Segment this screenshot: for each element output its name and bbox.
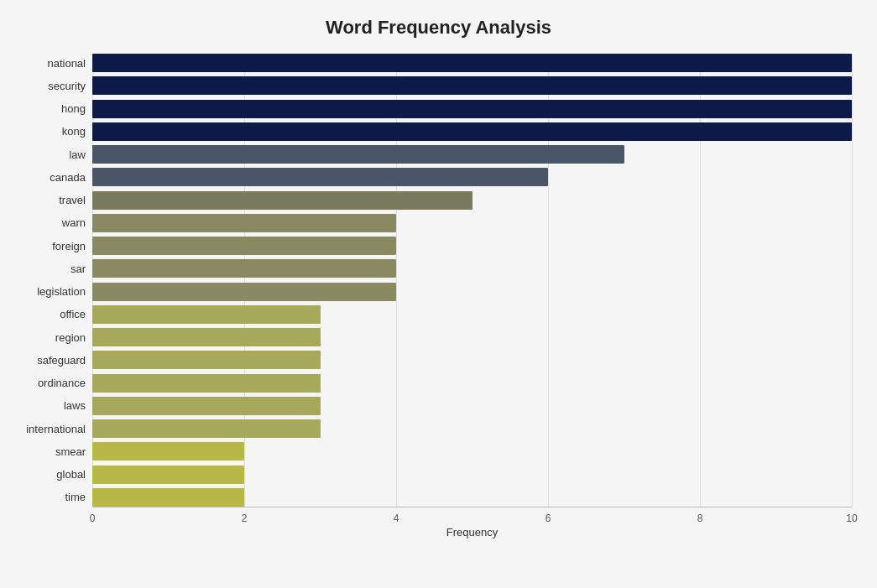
bar-track [92,397,852,415]
bar-label: ordinance [8,377,92,389]
chart-area: nationalsecurityhongkonglawcanadatravelw… [92,54,852,540]
bar-track [92,145,852,164]
bar-fill [92,259,396,278]
bar-label: sar [8,263,92,275]
bar-row: law [92,145,852,164]
bar-label: global [8,468,92,481]
bar-row: foreign [92,237,852,255]
bar-row: hong [92,100,852,118]
x-tick-label: 0 [90,513,96,524]
bar-fill [92,54,852,72]
bar-row: sar [92,259,852,278]
bar-label: smear [8,445,92,458]
chart-title: Word Frequency Analysis [25,17,852,39]
bar-track [92,100,852,118]
bar-label: warn [8,216,92,229]
bar-row: office [92,305,852,324]
bar-row: region [92,328,852,346]
bar-row: travel [92,191,852,210]
bar-row: kong [92,122,852,141]
bar-fill [92,488,244,507]
bar-fill [92,168,548,186]
bar-row: canada [92,168,852,186]
bar-label: region [8,331,92,344]
bar-fill [92,466,244,484]
x-tick-label: 10 [846,513,857,524]
bar-fill [92,214,396,232]
bar-track [92,488,852,507]
bar-row: warn [92,214,852,232]
bar-fill [92,76,852,95]
bar-label: foreign [8,240,92,252]
bar-track [92,237,852,255]
x-tick-label: 8 [697,513,703,524]
bar-track [92,442,852,461]
bar-track [92,54,852,72]
bars-wrapper: nationalsecurityhongkonglawcanadatravelw… [92,54,852,507]
bar-label: safeguard [8,354,92,367]
x-tick-label: 4 [394,513,399,524]
bar-track [92,419,852,438]
bar-track [92,351,852,369]
bar-track [92,191,852,210]
bar-track [92,259,852,278]
x-axis-label: Frequency [92,526,852,539]
bar-label: legislation [8,285,92,298]
bar-track [92,328,852,346]
bar-track [92,168,852,186]
bar-fill [92,145,624,164]
bar-label: laws [8,399,92,412]
bar-label: time [8,491,92,503]
bar-track [92,305,852,324]
bar-fill [92,237,396,255]
bar-row: security [92,76,852,95]
bar-fill [92,419,321,438]
bar-track [92,283,852,301]
bar-label: travel [8,194,92,206]
bar-row: legislation [92,283,852,301]
grid-line [852,54,853,507]
chart-container: Word Frequency Analysis nationalsecurity… [0,0,877,588]
bar-row: laws [92,397,852,415]
bar-fill [92,305,321,324]
bar-label: canada [8,171,92,184]
bar-row: smear [92,442,852,461]
bar-row: ordinance [92,374,852,393]
bar-label: security [8,80,92,92]
bar-track [92,122,852,141]
bar-label: hong [8,102,92,115]
bar-fill [92,442,244,461]
bar-fill [92,283,396,301]
bar-row: national [92,54,852,72]
bar-fill [92,397,321,415]
bar-label: office [8,308,92,320]
bar-row: safeguard [92,351,852,369]
bar-label: national [8,57,92,70]
x-tick-label: 6 [546,513,551,524]
bar-label: international [8,423,92,435]
bar-row: global [92,466,852,484]
x-axis: 0246810 Frequency [92,507,852,540]
bar-fill [92,351,321,369]
bar-row: time [92,488,852,507]
bar-fill [92,328,321,346]
bar-fill [92,122,852,141]
bar-row: international [92,419,852,438]
bar-track [92,76,852,95]
bar-track [92,466,852,484]
x-tick-label: 2 [242,513,248,524]
bar-fill [92,100,852,118]
bar-track [92,214,852,232]
bar-label: kong [8,125,92,138]
bar-fill [92,191,472,210]
bar-track [92,374,852,393]
x-axis-line [92,507,852,507]
bar-fill [92,374,321,393]
bar-label: law [8,148,92,161]
